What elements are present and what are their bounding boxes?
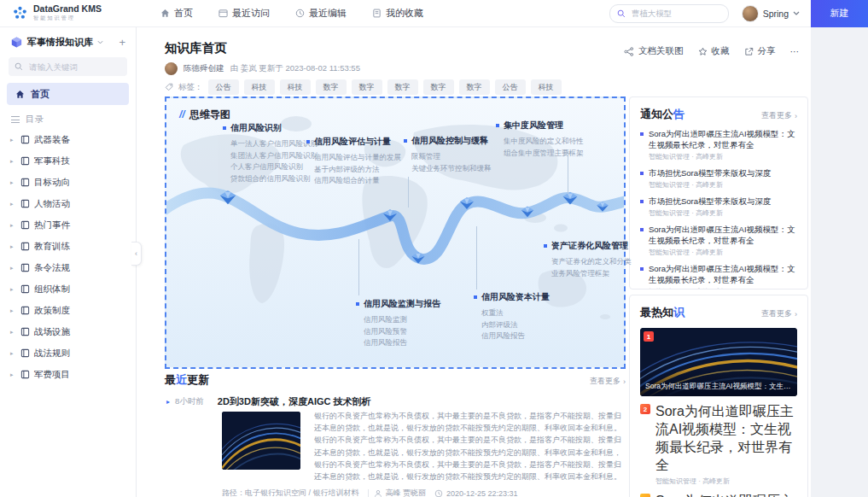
mindmap-node-credit-risk-identification[interactable]: 信用风险识别 单一法人客户信用风险识别 集团法人客户信用风险识别 个人客户信用风… [223,122,317,184]
node-bullet [223,126,226,130]
hot-knowledge-card: 最热知识 查看更多› 1 Sora为何出道即碾压主流AI视频模型： [629,295,808,497]
doc-graph-button[interactable]: 文档关联图 [624,45,684,57]
notice-meta: 智能知识管理 · 高峰更新 [649,248,797,257]
caret-right-icon[interactable]: ▸ [10,243,16,250]
caret-right-icon[interactable]: ▸ [10,350,16,357]
sidebar-item-label: 战场设施 [34,326,70,338]
recent-more-link[interactable]: 查看更多› [590,376,626,387]
user-menu[interactable]: Spring [742,5,800,22]
sidebar-search[interactable] [9,57,127,76]
more-actions-button[interactable]: ··· [790,46,800,56]
recent-item-body: 银行的不良资产也常称为不良债权，其中最主要的是不良贷款，是指客户不能按期、按量归… [314,410,621,482]
sidebar-item-training[interactable]: ▸教育训练 [0,236,136,257]
path-value[interactable]: 电子银行知识空间 / 银行培训材料 [245,488,359,497]
sidebar-item-facilities[interactable]: ▸战场设施 [0,321,136,342]
caret-right-icon[interactable]: ▸ [10,137,16,143]
tag-chip[interactable]: 数字 [387,79,418,95]
sidebar-item-targets[interactable]: ▸目标动向 [0,172,136,193]
nav-home[interactable]: 首页 [160,7,193,20]
share-button[interactable]: 分享 [744,45,776,57]
sidebar-search-input[interactable] [27,61,121,73]
node-items: 资产证券化的定义和分类 业务风险管理框架 [551,256,632,279]
new-button[interactable]: 新建 [811,0,868,27]
tag-chip[interactable]: 数字 [459,79,490,95]
arrow-right-icon: › [795,310,797,319]
caret-right-icon[interactable]: ▸ [10,179,16,186]
node-items: 限额管理 关键业务环节控制和缓释 [411,151,492,174]
notices-header: 通知公告 查看更多› [640,107,797,122]
notice-meta: 智能知识管理 · 高峰更新 [649,208,772,218]
tag-chip[interactable]: 公告 [208,79,239,95]
section-title: 最热知识 [640,305,684,320]
sidebar-item-tactics[interactable]: ▸战法规则 [0,342,136,364]
global-search[interactable] [609,4,729,23]
brand-logo[interactable]: DataGrand KMS 智能知识管理 [0,4,138,22]
recent-item-title[interactable]: 2D到3D新突破，深度AIGC 技术剖析 [218,395,371,408]
cube-icon [10,36,23,49]
hot-more-link[interactable]: 查看更多› [761,308,797,319]
caret-right-icon[interactable]: ▸ [10,286,16,293]
datetime-value: 2020-12-25 22:23:31 [446,489,518,497]
book-icon [20,327,30,336]
tag-chip[interactable]: 公告 [495,79,526,95]
section-title: 最近更新 [165,372,209,388]
chevron-down-icon [793,11,800,15]
hot-item[interactable]: 3 Sora为何出道即碾压主流AI视频模型：文生视频最长纪录，对世界有全 智能知… [640,493,797,497]
tag-chip[interactable]: 科技 [244,79,275,95]
sidebar-item-events[interactable]: ▸热门事件 [0,214,136,236]
caret-right-icon[interactable]: ▸ [10,158,16,165]
sidebar-item-policy[interactable]: ▸政策制度 [0,300,136,321]
sidebar-item-people[interactable]: ▸人物活动 [0,193,136,214]
sidebar-item-label: 人物活动 [34,198,70,210]
notice-item[interactable]: Sora为何出道即碾压主流AI视频模型：文生视频最长纪录，对世界有全 智能知识管… [640,263,797,289]
mindmap-node-concentration-risk[interactable]: 集中度风险管理 集中度风险的定义和特性 组合集中度管理主要框架 [496,120,584,159]
sidebar-item-home[interactable]: 首页 [7,83,129,105]
hot-featured-item[interactable]: 1 Sora为何出道即碾压主流AI视频模型：文生视频最... [640,328,797,396]
caret-right-icon[interactable]: ▸ [10,222,16,229]
nav-favorites[interactable]: 我的收藏 [372,7,423,20]
tag-chip[interactable]: 数字 [352,79,382,95]
authors-value: 高峰 贾晓丽 [386,488,427,497]
notices-more-link[interactable]: 查看更多› [761,110,797,121]
mindmap-node-credit-risk-assessment[interactable]: 信用风险评估与计量 信用风险评估与计量的发展 基于内部评级的方法 信用风险组合的… [306,136,401,187]
global-search-input[interactable] [630,8,721,19]
tag-chip[interactable]: 科技 [280,79,311,95]
nav-recent-visits[interactable]: 最近访问 [218,7,270,20]
mindmap-block[interactable]: //思维导图 [165,96,626,369]
kb-switcher[interactable]: 军事情报知识库 + [0,27,136,56]
notice-item[interactable]: 市场担忧Sora模型带来版权与深度 智能知识管理 · 高峰更新 [640,167,797,190]
sidebar-item-budget[interactable]: ▸军费项目 [0,364,136,385]
favorite-button[interactable]: 收藏 [698,45,730,57]
mindmap-node-capital-measurement[interactable]: 信用风险资本计量 权重法 内部评级法 信用风险报告 [474,291,550,342]
nav-recent-edits[interactable]: 最近编辑 [295,7,347,20]
app-window: DataGrand KMS 智能知识管理 首页 最近访问 最近编辑 我的收藏 [0,0,868,497]
sidebar-item-weapons[interactable]: ▸武器装备 [0,129,136,150]
mindmap-node-credit-risk-control[interactable]: 信用风险控制与缓释 限额管理 关键业务环节控制和缓释 [404,135,492,174]
notice-item[interactable]: Sora为何出道即碾压主流AI视频模型：文生视频最长纪录，对世界有全 智能知识管… [640,128,797,161]
caret-right-icon[interactable]: ▸ [10,307,16,314]
sidebar-collapse-handle[interactable]: ‹ [131,242,142,266]
sidebar-directory-header[interactable]: 目录 [0,105,136,129]
tag-chip[interactable]: 科技 [531,79,562,95]
top-bar: DataGrand KMS 智能知识管理 首页 最近访问 最近编辑 我的收藏 [0,0,868,27]
notice-item[interactable]: Sora为何出道即碾压主流AI视频模型：文生视频最长纪录，对世界有全 智能知识管… [640,224,797,257]
caret-right-icon[interactable]: ▸ [10,265,16,272]
sidebar-item-miltech[interactable]: ▸军事科技 [0,150,136,172]
tag-chip[interactable]: 数字 [423,79,454,95]
caret-right-icon[interactable]: ▸ [10,329,16,336]
node-bullet [474,295,477,299]
caret-right-icon[interactable]: ▸ [10,201,16,208]
topbar-right: Spring 新建 [609,0,868,26]
mindmap-node-securitization-risk[interactable]: 资产证券化风险管理 资产证券化的定义和分类 业务风险管理框架 [544,240,632,279]
caret-right-icon[interactable]: ▸ [10,371,16,378]
divider [368,489,369,497]
hot-item[interactable]: 2 Sora为何出道即碾压主流AI视频模型：文生视频最长纪录，对世界有全 智能知… [640,403,797,486]
tag-chip[interactable]: 数字 [316,79,347,95]
notice-title: 市场担忧Sora模型带来版权与深度 [649,196,772,207]
sidebar-item-organization[interactable]: ▸组织体制 [0,278,136,300]
add-kb-button[interactable]: + [119,38,125,47]
sidebar-item-regulations[interactable]: ▸条令法规 [0,257,136,278]
mindmap-node-monitoring-reporting[interactable]: 信用风险监测与报告 信用风险监测 信用风险预警 信用风险报告 [356,298,440,349]
favorite-label: 收藏 [712,45,730,57]
notice-item[interactable]: 市场担忧Sora模型带来版权与深度 智能知识管理 · 高峰更新 [640,196,797,218]
